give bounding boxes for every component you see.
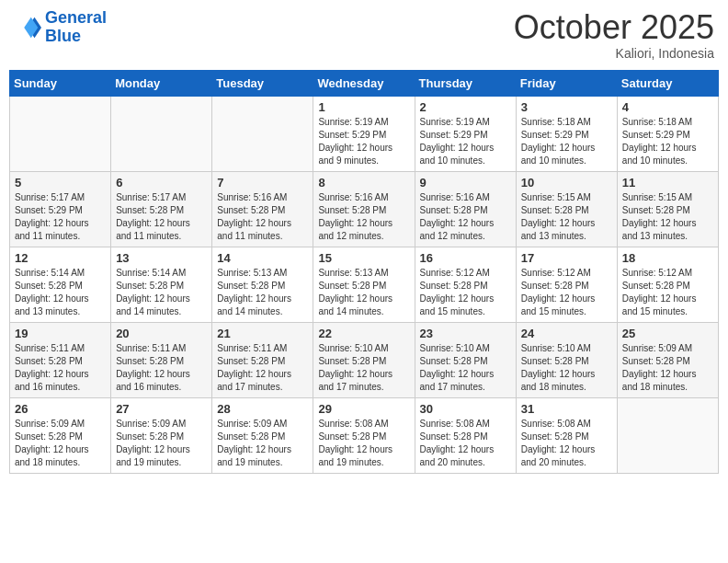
- col-header-tuesday: Tuesday: [212, 70, 313, 96]
- calendar-cell: 17Sunrise: 5:12 AM Sunset: 5:28 PM Dayli…: [516, 247, 617, 322]
- calendar-cell: 30Sunrise: 5:08 AM Sunset: 5:28 PM Dayli…: [415, 397, 516, 473]
- day-info: Sunrise: 5:16 AM Sunset: 5:28 PM Dayligh…: [318, 191, 409, 243]
- day-info: Sunrise: 5:09 AM Sunset: 5:28 PM Dayligh…: [15, 418, 106, 469]
- day-info: Sunrise: 5:09 AM Sunset: 5:28 PM Dayligh…: [622, 342, 713, 394]
- day-number: 26: [15, 402, 106, 416]
- day-number: 6: [116, 176, 207, 190]
- day-info: Sunrise: 5:11 AM Sunset: 5:28 PM Dayligh…: [217, 342, 308, 394]
- day-number: 30: [420, 402, 511, 416]
- day-number: 28: [217, 402, 308, 416]
- day-info: Sunrise: 5:13 AM Sunset: 5:28 PM Dayligh…: [217, 267, 308, 318]
- day-number: 3: [521, 100, 612, 114]
- calendar-table: SundayMondayTuesdayWednesdayThursdayFrid…: [9, 70, 719, 474]
- day-number: 2: [420, 100, 511, 114]
- day-number: 22: [318, 327, 409, 340]
- calendar-cell: 21Sunrise: 5:11 AM Sunset: 5:28 PM Dayli…: [212, 322, 313, 397]
- day-number: 21: [217, 327, 308, 340]
- day-info: Sunrise: 5:18 AM Sunset: 5:29 PM Dayligh…: [521, 116, 612, 167]
- day-number: 20: [116, 327, 207, 340]
- calendar-cell: [617, 397, 718, 473]
- calendar-week-4: 19Sunrise: 5:11 AM Sunset: 5:28 PM Dayli…: [10, 322, 719, 397]
- day-info: Sunrise: 5:12 AM Sunset: 5:28 PM Dayligh…: [622, 267, 713, 318]
- calendar-cell: 22Sunrise: 5:10 AM Sunset: 5:28 PM Dayli…: [313, 322, 415, 397]
- day-number: 17: [521, 251, 612, 265]
- calendar-cell: 8Sunrise: 5:16 AM Sunset: 5:28 PM Daylig…: [313, 171, 415, 247]
- calendar-cell: 18Sunrise: 5:12 AM Sunset: 5:28 PM Dayli…: [617, 247, 718, 322]
- calendar-cell: 4Sunrise: 5:18 AM Sunset: 5:29 PM Daylig…: [617, 96, 718, 171]
- month-title: October 2025: [514, 9, 714, 46]
- calendar-cell: [111, 96, 212, 171]
- calendar-week-1: 1Sunrise: 5:19 AM Sunset: 5:29 PM Daylig…: [10, 96, 719, 171]
- calendar-cell: 26Sunrise: 5:09 AM Sunset: 5:28 PM Dayli…: [10, 397, 111, 473]
- location-subtitle: Kaliori, Indonesia: [514, 46, 714, 61]
- calendar-cell: 19Sunrise: 5:11 AM Sunset: 5:28 PM Dayli…: [10, 322, 111, 397]
- calendar-cell: 20Sunrise: 5:11 AM Sunset: 5:28 PM Dayli…: [111, 322, 212, 397]
- day-number: 7: [217, 176, 308, 190]
- logo-icon: [14, 14, 41, 41]
- day-info: Sunrise: 5:09 AM Sunset: 5:28 PM Dayligh…: [217, 418, 308, 469]
- col-header-thursday: Thursday: [415, 70, 516, 96]
- calendar-cell: 3Sunrise: 5:18 AM Sunset: 5:29 PM Daylig…: [516, 96, 617, 171]
- day-number: 24: [521, 327, 612, 340]
- day-number: 19: [15, 327, 106, 340]
- day-info: Sunrise: 5:18 AM Sunset: 5:29 PM Dayligh…: [622, 116, 713, 167]
- day-info: Sunrise: 5:16 AM Sunset: 5:28 PM Dayligh…: [420, 191, 511, 243]
- calendar-cell: [212, 96, 313, 171]
- calendar-cell: 29Sunrise: 5:08 AM Sunset: 5:28 PM Dayli…: [313, 397, 415, 473]
- day-info: Sunrise: 5:08 AM Sunset: 5:28 PM Dayligh…: [521, 418, 612, 469]
- calendar-cell: 31Sunrise: 5:08 AM Sunset: 5:28 PM Dayli…: [516, 397, 617, 473]
- calendar-cell: 14Sunrise: 5:13 AM Sunset: 5:28 PM Dayli…: [212, 247, 313, 322]
- day-number: 29: [318, 402, 409, 416]
- day-number: 16: [420, 251, 511, 265]
- day-info: Sunrise: 5:11 AM Sunset: 5:28 PM Dayligh…: [116, 342, 207, 394]
- calendar-week-5: 26Sunrise: 5:09 AM Sunset: 5:28 PM Dayli…: [10, 397, 719, 473]
- calendar-cell: 7Sunrise: 5:16 AM Sunset: 5:28 PM Daylig…: [212, 171, 313, 247]
- logo-text: General Blue: [45, 9, 107, 46]
- day-info: Sunrise: 5:08 AM Sunset: 5:28 PM Dayligh…: [318, 418, 409, 469]
- title-area: October 2025 Kaliori, Indonesia: [514, 9, 714, 61]
- day-number: 12: [15, 251, 106, 265]
- calendar-cell: 27Sunrise: 5:09 AM Sunset: 5:28 PM Dayli…: [111, 397, 212, 473]
- calendar-cell: 2Sunrise: 5:19 AM Sunset: 5:29 PM Daylig…: [415, 96, 516, 171]
- day-number: 25: [622, 327, 713, 340]
- calendar-week-3: 12Sunrise: 5:14 AM Sunset: 5:28 PM Dayli…: [10, 247, 719, 322]
- col-header-saturday: Saturday: [617, 70, 718, 96]
- calendar-week-2: 5Sunrise: 5:17 AM Sunset: 5:29 PM Daylig…: [10, 171, 719, 247]
- calendar-cell: 25Sunrise: 5:09 AM Sunset: 5:28 PM Dayli…: [617, 322, 718, 397]
- logo: General Blue: [14, 9, 107, 46]
- calendar-cell: 24Sunrise: 5:10 AM Sunset: 5:28 PM Dayli…: [516, 322, 617, 397]
- calendar-header-row: SundayMondayTuesdayWednesdayThursdayFrid…: [10, 70, 719, 96]
- day-info: Sunrise: 5:12 AM Sunset: 5:28 PM Dayligh…: [521, 267, 612, 318]
- day-info: Sunrise: 5:16 AM Sunset: 5:28 PM Dayligh…: [217, 191, 308, 243]
- calendar-cell: 12Sunrise: 5:14 AM Sunset: 5:28 PM Dayli…: [10, 247, 111, 322]
- calendar-cell: 28Sunrise: 5:09 AM Sunset: 5:28 PM Dayli…: [212, 397, 313, 473]
- day-info: Sunrise: 5:09 AM Sunset: 5:28 PM Dayligh…: [116, 418, 207, 469]
- calendar-cell: [10, 96, 111, 171]
- calendar-cell: 23Sunrise: 5:10 AM Sunset: 5:28 PM Dayli…: [415, 322, 516, 397]
- day-info: Sunrise: 5:10 AM Sunset: 5:28 PM Dayligh…: [521, 342, 612, 394]
- day-number: 9: [420, 176, 511, 190]
- day-number: 23: [420, 327, 511, 340]
- calendar-cell: 13Sunrise: 5:14 AM Sunset: 5:28 PM Dayli…: [111, 247, 212, 322]
- col-header-monday: Monday: [111, 70, 212, 96]
- day-info: Sunrise: 5:10 AM Sunset: 5:28 PM Dayligh…: [318, 342, 409, 394]
- header: General Blue October 2025 Kaliori, Indon…: [9, 9, 719, 61]
- day-number: 31: [521, 402, 612, 416]
- day-number: 1: [318, 100, 409, 114]
- day-info: Sunrise: 5:17 AM Sunset: 5:29 PM Dayligh…: [15, 191, 106, 243]
- day-info: Sunrise: 5:11 AM Sunset: 5:28 PM Dayligh…: [15, 342, 106, 394]
- day-info: Sunrise: 5:13 AM Sunset: 5:28 PM Dayligh…: [318, 267, 409, 318]
- day-info: Sunrise: 5:14 AM Sunset: 5:28 PM Dayligh…: [116, 267, 207, 318]
- calendar-cell: 16Sunrise: 5:12 AM Sunset: 5:28 PM Dayli…: [415, 247, 516, 322]
- calendar-cell: 5Sunrise: 5:17 AM Sunset: 5:29 PM Daylig…: [10, 171, 111, 247]
- day-info: Sunrise: 5:10 AM Sunset: 5:28 PM Dayligh…: [420, 342, 511, 394]
- day-info: Sunrise: 5:19 AM Sunset: 5:29 PM Dayligh…: [318, 116, 409, 167]
- day-number: 10: [521, 176, 612, 190]
- day-number: 13: [116, 251, 207, 265]
- col-header-wednesday: Wednesday: [313, 70, 415, 96]
- day-info: Sunrise: 5:14 AM Sunset: 5:28 PM Dayligh…: [15, 267, 106, 318]
- calendar-cell: 10Sunrise: 5:15 AM Sunset: 5:28 PM Dayli…: [516, 171, 617, 247]
- calendar-cell: 15Sunrise: 5:13 AM Sunset: 5:28 PM Dayli…: [313, 247, 415, 322]
- col-header-sunday: Sunday: [10, 70, 111, 96]
- day-info: Sunrise: 5:15 AM Sunset: 5:28 PM Dayligh…: [622, 191, 713, 243]
